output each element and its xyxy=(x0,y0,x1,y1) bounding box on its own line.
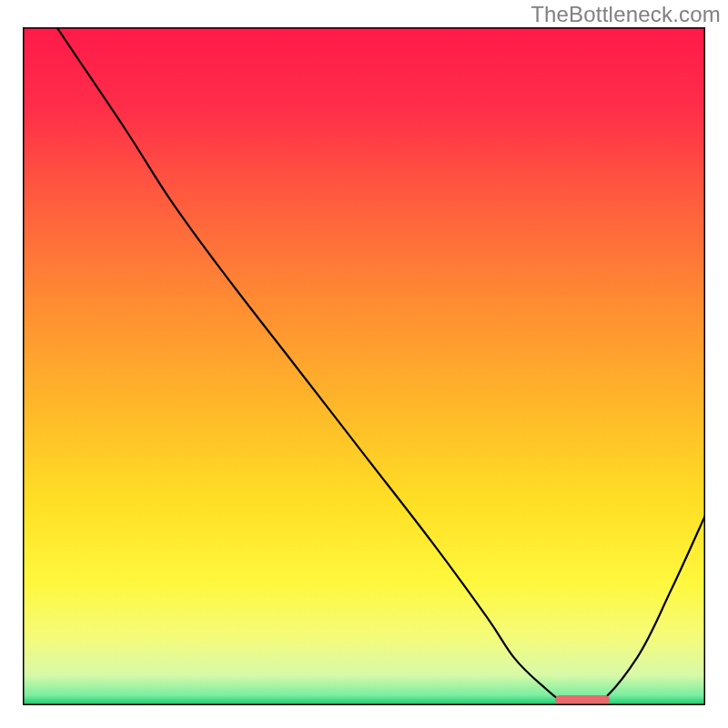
optimal-range-marker xyxy=(555,695,610,704)
bottleneck-plot xyxy=(23,27,705,705)
plot-svg xyxy=(23,27,705,705)
watermark-text: TheBottleneck.com xyxy=(531,2,721,27)
chart-container: TheBottleneck.com xyxy=(0,0,728,728)
